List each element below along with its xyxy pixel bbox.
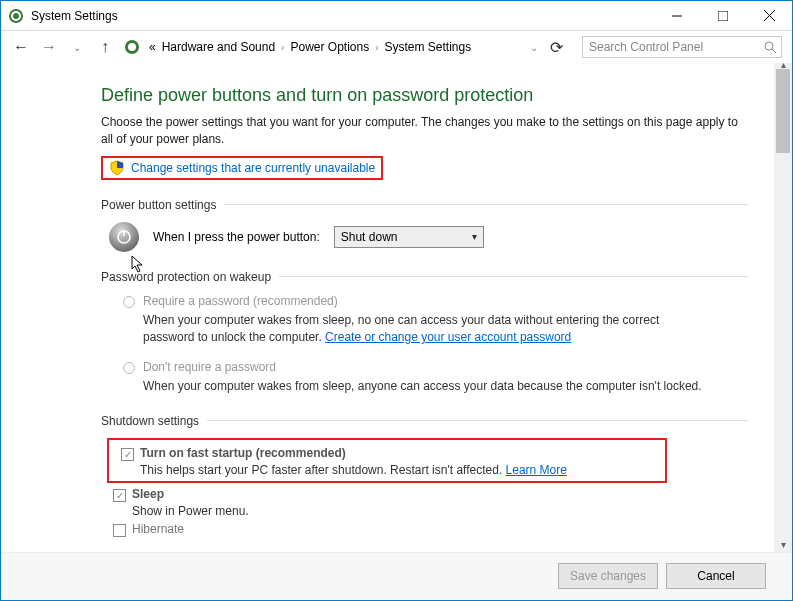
vertical-scrollbar[interactable]: ▴ ▾	[774, 63, 792, 552]
window-title: System Settings	[31, 9, 654, 23]
radio-icon	[123, 296, 135, 308]
refresh-button[interactable]: ⟳	[546, 38, 566, 57]
forward-button[interactable]: →	[39, 38, 59, 56]
page-heading: Define power buttons and turn on passwor…	[101, 85, 748, 106]
svg-rect-4	[718, 11, 728, 21]
back-button[interactable]: ←	[11, 38, 31, 56]
radio-icon	[123, 362, 135, 374]
content-area: Define power buttons and turn on passwor…	[1, 63, 774, 552]
power-icon	[109, 222, 139, 252]
checkbox-icon	[113, 524, 126, 537]
breadcrumb-prefix: «	[149, 40, 156, 54]
no-password-desc: When your computer wakes from sleep, any…	[143, 378, 703, 395]
search-input[interactable]: Search Control Panel	[582, 36, 782, 58]
fast-startup-desc: This helps start your PC faster after sh…	[140, 463, 659, 477]
svg-point-9	[765, 42, 773, 50]
up-button[interactable]: ↑	[95, 38, 115, 56]
require-password-desc: When your computer wakes from sleep, no …	[143, 312, 703, 347]
search-icon	[763, 40, 777, 54]
check-hibernate: Hibernate	[113, 522, 748, 537]
close-button[interactable]	[746, 1, 792, 30]
sleep-desc: Show in Power menu.	[132, 504, 748, 518]
account-password-link[interactable]: Create or change your user account passw…	[325, 330, 571, 344]
section-shutdown: Shutdown settings	[101, 414, 748, 428]
radio-require-label: Require a password (recommended)	[143, 294, 338, 308]
radio-require-password: Require a password (recommended)	[123, 294, 748, 308]
location-icon	[123, 38, 141, 56]
breadcrumb-level1[interactable]: Hardware and Sound	[162, 40, 275, 54]
power-button-value: Shut down	[341, 230, 398, 244]
chevron-right-icon: ›	[281, 42, 284, 53]
admin-settings-link[interactable]: Change settings that are currently unava…	[101, 156, 383, 180]
radio-no-password: Don't require a password	[123, 360, 748, 374]
save-button[interactable]: Save changes	[558, 563, 658, 589]
cancel-button[interactable]: Cancel	[666, 563, 766, 589]
breadcrumb[interactable]: « Hardware and Sound › Power Options › S…	[149, 40, 538, 54]
app-icon	[7, 7, 25, 25]
recent-dropdown[interactable]: ⌄	[67, 42, 87, 53]
search-placeholder: Search Control Panel	[589, 40, 703, 54]
learn-more-link[interactable]: Learn More	[506, 463, 567, 477]
titlebar: System Settings	[1, 1, 792, 31]
svg-point-2	[13, 13, 19, 19]
fast-startup-highlight: ✓ Turn on fast startup (recommended) Thi…	[107, 438, 667, 483]
hibernate-label: Hibernate	[132, 522, 184, 536]
checkbox-icon: ✓	[113, 489, 126, 502]
scroll-thumb[interactable]	[776, 69, 790, 153]
power-button-row: When I press the power button: Shut down	[109, 222, 748, 252]
sleep-label: Sleep	[132, 487, 164, 501]
svg-point-8	[128, 43, 136, 51]
chevron-down-icon[interactable]: ⌄	[530, 42, 538, 53]
maximize-button[interactable]	[700, 1, 746, 30]
chevron-right-icon: ›	[375, 42, 378, 53]
fast-startup-label: Turn on fast startup (recommended)	[140, 446, 346, 460]
check-sleep: ✓ Sleep	[113, 487, 748, 502]
minimize-button[interactable]	[654, 1, 700, 30]
checkbox-icon: ✓	[121, 448, 134, 461]
button-bar: Save changes Cancel	[1, 552, 792, 601]
check-fast-startup: ✓ Turn on fast startup (recommended)	[121, 446, 659, 461]
power-button-label: When I press the power button:	[153, 230, 320, 244]
section-password: Password protection on wakeup	[101, 270, 748, 284]
svg-line-10	[772, 49, 776, 53]
toolbar: ← → ⌄ ↑ « Hardware and Sound › Power Opt…	[1, 31, 792, 63]
power-button-select[interactable]: Shut down	[334, 226, 484, 248]
window-controls	[654, 1, 792, 30]
search-container: Search Control Panel	[582, 36, 782, 58]
page-intro: Choose the power settings that you want …	[101, 114, 748, 148]
breadcrumb-level3[interactable]: System Settings	[385, 40, 472, 54]
admin-link-text: Change settings that are currently unava…	[131, 161, 375, 175]
scroll-down-icon[interactable]: ▾	[774, 539, 792, 550]
shield-icon	[109, 160, 125, 176]
radio-no-password-label: Don't require a password	[143, 360, 276, 374]
breadcrumb-level2[interactable]: Power Options	[290, 40, 369, 54]
section-power-button: Power button settings	[101, 198, 748, 212]
